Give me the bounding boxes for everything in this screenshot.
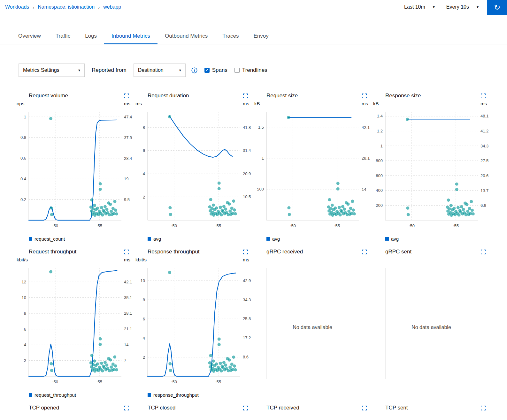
chart-title: Response size	[385, 93, 421, 99]
svg-text:17.2: 17.2	[243, 335, 251, 340]
svg-text:600: 600	[376, 173, 383, 178]
spans-label: Spans	[212, 67, 227, 73]
svg-text:48.1: 48.1	[480, 114, 488, 118]
svg-text:1: 1	[380, 144, 383, 148]
tab-envoy[interactable]: Envoy	[246, 29, 276, 44]
chart-head: Request size	[253, 92, 372, 100]
masthead: Workloads › Namespace: istioinaction › w…	[0, 0, 507, 15]
breadcrumb-link-namespace[interactable]: Namespace: istioinaction	[38, 4, 95, 10]
chart-title: Response throughput	[148, 249, 200, 255]
breadcrumb: Workloads › Namespace: istioinaction › w…	[0, 0, 121, 10]
right-axis-unit: ms	[124, 257, 130, 264]
chart-tcp-received: TCP received	[253, 404, 372, 412]
svg-text:10.5: 10.5	[243, 194, 251, 199]
spans-checkbox[interactable]: ✓	[204, 68, 210, 73]
chart-legend: avg	[148, 235, 253, 243]
tab-overview[interactable]: Overview	[11, 29, 48, 44]
expand-icon[interactable]	[243, 406, 248, 410]
metrics-settings-select[interactable]: Metrics Settings ▾	[19, 64, 85, 77]
tab-traces[interactable]: Traces	[215, 29, 246, 44]
svg-text:1.4: 1.4	[377, 114, 383, 118]
chart-head: Request throughput	[15, 248, 134, 256]
spans-toggle[interactable]: ✓ Spans	[204, 67, 227, 73]
chart-title: Request throughput	[29, 249, 76, 255]
chart-response-size: Response sizekBms1.41.2180060040020048.1…	[372, 92, 491, 243]
axis-units: kBms	[372, 100, 491, 108]
svg-text:1: 1	[262, 156, 264, 161]
tab-traffic[interactable]: Traffic	[48, 29, 78, 44]
breadcrumb-link-workload[interactable]: webapp	[103, 4, 121, 10]
info-icon[interactable]	[191, 67, 197, 73]
svg-text:34.3: 34.3	[243, 297, 251, 302]
trendlines-toggle[interactable]: ✓ Trendlines	[234, 67, 267, 73]
svg-text:1: 1	[24, 115, 26, 119]
refresh-interval-select[interactable]: Every 10s ▾	[442, 0, 483, 14]
chevron-down-icon: ▾	[433, 5, 435, 9]
svg-text:6: 6	[143, 148, 145, 153]
chart-tcp-closed: TCP closed	[134, 404, 253, 412]
svg-text:1.5: 1.5	[258, 125, 264, 130]
svg-text:47.4: 47.4	[124, 115, 132, 119]
legend-swatch	[148, 393, 151, 397]
right-axis-unit: ms	[124, 101, 130, 108]
trendlines-checkbox[interactable]: ✓	[234, 68, 240, 73]
chart-head: gRPC sent	[372, 248, 491, 256]
expand-icon[interactable]	[124, 94, 129, 98]
left-axis-unit: ms	[135, 101, 142, 108]
expand-icon[interactable]	[481, 406, 486, 410]
svg-text::55: :55	[334, 223, 340, 228]
duration-select[interactable]: Last 10m ▾	[400, 0, 439, 14]
chart-request-throughput: Request throughputkbit/sms1210864242.135…	[15, 248, 134, 399]
svg-text:1.2: 1.2	[377, 129, 383, 133]
chart-head: Request duration	[134, 92, 253, 100]
tab-inbound-metrics[interactable]: Inbound Metrics	[104, 29, 157, 44]
svg-text:19: 19	[124, 176, 128, 181]
expand-icon[interactable]	[243, 250, 248, 254]
expand-icon[interactable]	[481, 94, 486, 98]
chart-request-volume: Request volumeopsms10.80.60.40.247.437.9…	[15, 92, 134, 243]
expand-icon[interactable]	[362, 406, 367, 410]
tab-logs[interactable]: Logs	[78, 29, 104, 44]
svg-text:0.2: 0.2	[20, 197, 26, 202]
svg-text::50: :50	[409, 223, 415, 228]
right-axis-unit: ms	[243, 101, 249, 108]
svg-text:21.1: 21.1	[124, 326, 132, 331]
chart-tcp-opened: TCP opened	[15, 404, 134, 412]
expand-icon[interactable]	[124, 250, 129, 254]
svg-text:13.7: 13.7	[480, 188, 488, 193]
expand-icon[interactable]	[243, 94, 248, 98]
reporter-select[interactable]: Destination ▾	[134, 64, 186, 77]
chart-head: TCP closed	[134, 404, 253, 412]
chart-title: TCP closed	[148, 405, 176, 411]
axis-units: opsms	[15, 100, 134, 108]
legend-swatch	[29, 237, 32, 241]
breadcrumb-link-workloads[interactable]: Workloads	[5, 4, 29, 10]
svg-text:20.9: 20.9	[243, 171, 251, 176]
svg-text:0.6: 0.6	[20, 156, 26, 161]
svg-text:7: 7	[124, 358, 126, 363]
axis-units: msms	[134, 100, 253, 108]
right-axis-unit: ms	[243, 257, 249, 264]
chart-grpc-received: gRPC receivedNo data available	[253, 248, 372, 399]
svg-text:14: 14	[362, 187, 366, 192]
expand-icon[interactable]	[362, 250, 367, 254]
svg-text::50: :50	[290, 223, 296, 228]
chart-head: gRPC received	[253, 248, 372, 256]
tab-outbound-metrics[interactable]: Outbound Metrics	[157, 29, 215, 44]
chart-title: Request duration	[148, 93, 189, 99]
svg-text:800: 800	[376, 158, 383, 163]
expand-icon[interactable]	[362, 94, 367, 98]
svg-text:4: 4	[143, 171, 145, 176]
svg-text:400: 400	[376, 188, 383, 193]
svg-text::55: :55	[453, 223, 459, 228]
refresh-button[interactable]: ↻	[487, 0, 507, 15]
expand-icon[interactable]	[124, 406, 129, 410]
legend-label: avg	[153, 236, 161, 242]
breadcrumb-separator-icon: ›	[98, 4, 100, 10]
chart-title: gRPC received	[266, 249, 303, 255]
svg-text:35.1: 35.1	[124, 295, 132, 300]
expand-icon[interactable]	[481, 250, 486, 254]
svg-text::55: :55	[215, 379, 221, 384]
chart-title: gRPC sent	[385, 249, 411, 255]
chart-plot: 1210864242.135.128.121.1147:50:55	[15, 264, 134, 388]
